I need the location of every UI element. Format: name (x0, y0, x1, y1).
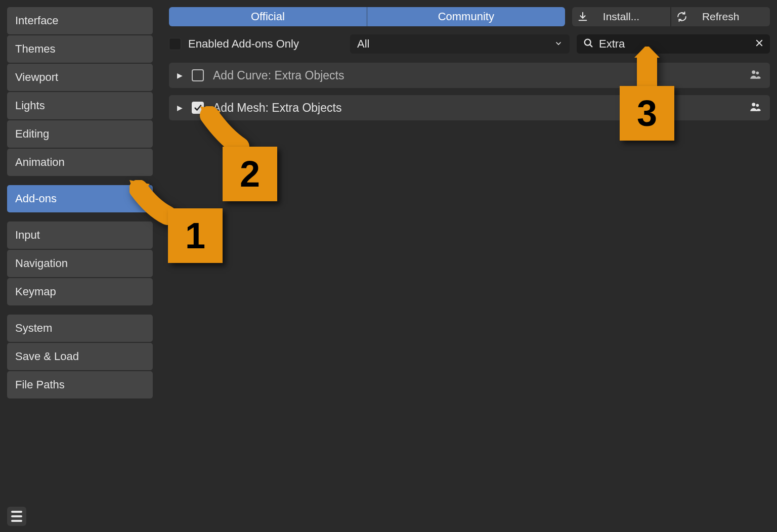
sidebar-item-input[interactable]: Input (7, 221, 153, 249)
category-dropdown[interactable]: All (350, 34, 570, 54)
preferences-sidebar: Interface Themes Viewport Lights Editing… (7, 7, 153, 525)
disclosure-triangle-icon[interactable]: ▶ (177, 71, 183, 79)
enabled-only-label: Enabled Add-ons Only (188, 37, 299, 51)
addons-panel: Official Community Install... (169, 7, 770, 525)
sidebar-item-lights[interactable]: Lights (7, 92, 153, 119)
sidebar-item-file-paths[interactable]: File Paths (7, 371, 153, 398)
svg-point-6 (752, 103, 755, 106)
addons-filter-row: Enabled Add-ons Only All (169, 34, 770, 54)
clear-search-icon[interactable] (755, 38, 764, 50)
addons-top-row: Official Community Install... (169, 7, 770, 26)
addon-row[interactable]: ▶ Add Mesh: Extra Objects (169, 95, 770, 120)
sidebar-item-animation[interactable]: Animation (7, 149, 153, 176)
enabled-only-checkbox[interactable] (169, 38, 181, 50)
addon-source-tabs: Official Community (169, 7, 565, 26)
sidebar-group-system: System Save & Load File Paths (7, 315, 153, 398)
install-refresh-group: Install... Refresh (572, 7, 770, 26)
sidebar-item-editing[interactable]: Editing (7, 120, 153, 148)
sidebar-item-themes[interactable]: Themes (7, 35, 153, 63)
svg-line-1 (590, 45, 592, 47)
callout-1: 1 (168, 208, 223, 263)
addon-list: ▶ Add Curve: Extra Objects ▶ Add Mesh: E… (169, 63, 770, 120)
tab-community[interactable]: Community (367, 7, 565, 26)
refresh-button-label: Refresh (677, 11, 764, 23)
sidebar-item-viewport[interactable]: Viewport (7, 64, 153, 91)
sidebar-item-navigation[interactable]: Navigation (7, 250, 153, 277)
install-button[interactable]: Install... (572, 7, 671, 26)
sidebar-group-general: Interface Themes Viewport Lights Editing… (7, 7, 153, 176)
sidebar-item-system[interactable]: System (7, 315, 153, 342)
callout-3: 3 (620, 86, 674, 141)
svg-point-7 (756, 104, 759, 107)
refresh-button[interactable]: Refresh (671, 7, 770, 26)
hamburger-menu-button[interactable] (7, 507, 26, 526)
sidebar-item-keymap[interactable]: Keymap (7, 278, 153, 305)
community-icon (749, 100, 762, 115)
callout-arrow-3 (629, 47, 665, 92)
disclosure-triangle-icon[interactable]: ▶ (177, 104, 183, 112)
addon-search-input[interactable] (599, 37, 750, 51)
svg-point-5 (756, 71, 759, 74)
category-dropdown-value: All (357, 37, 369, 51)
addon-enable-checkbox[interactable] (192, 69, 204, 81)
refresh-icon (676, 11, 687, 22)
install-button-label: Install... (578, 11, 665, 23)
sidebar-item-interface[interactable]: Interface (7, 7, 153, 34)
sidebar-item-save-load[interactable]: Save & Load (7, 343, 153, 370)
sidebar-group-input: Input Navigation Keymap (7, 221, 153, 305)
callout-2: 2 (223, 147, 277, 201)
tab-official[interactable]: Official (169, 7, 367, 26)
chevron-down-icon (554, 37, 563, 51)
svg-marker-10 (634, 47, 660, 58)
svg-point-4 (752, 70, 755, 74)
addon-search-field[interactable] (577, 34, 770, 54)
search-icon (583, 37, 594, 51)
addon-row[interactable]: ▶ Add Curve: Extra Objects (169, 63, 770, 88)
community-icon (749, 68, 762, 83)
download-icon (577, 11, 588, 22)
